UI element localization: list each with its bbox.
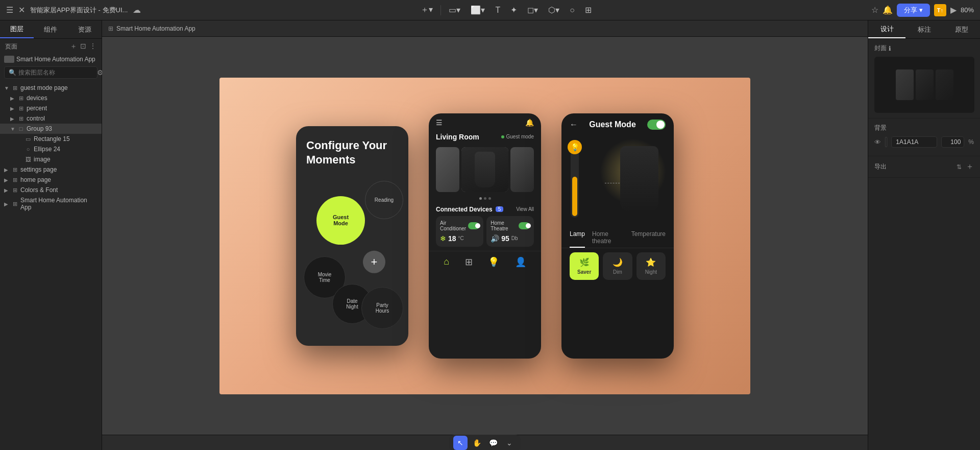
pen-icon[interactable]: ✦ bbox=[508, 4, 520, 16]
lamp-tab-temp[interactable]: Temperature bbox=[631, 230, 666, 248]
layer-item[interactable]: ▶ ⊞ percent bbox=[0, 103, 102, 113]
tab-layers[interactable]: 图层 bbox=[0, 20, 34, 38]
layer-item[interactable]: ▼ □ Group 93 bbox=[0, 124, 102, 134]
frame-icon[interactable]: ▭▾ bbox=[446, 4, 463, 16]
document-title: 智能家居APP界面设计 - 免费UI... bbox=[30, 6, 128, 15]
lamp-tab-lamp[interactable]: Lamp bbox=[570, 230, 585, 248]
layer-item[interactable]: ▭ Rectangle 15 bbox=[0, 134, 102, 144]
frame-type-icon: ⊞ bbox=[11, 85, 18, 91]
brightness-slider[interactable] bbox=[571, 144, 579, 218]
sort-icon[interactable]: ⋮ bbox=[89, 42, 96, 51]
night-mode-btn[interactable]: ⭐ Night bbox=[636, 252, 666, 280]
phone-right: ← Guest Mode bbox=[561, 113, 674, 359]
visibility-icon[interactable]: 👁 bbox=[874, 138, 881, 146]
close-icon[interactable]: ✕ bbox=[18, 5, 25, 15]
layer-tree: ▼ ⊞ guest mode page ▶ ⊞ devices ▶ ⊞ perc… bbox=[0, 81, 102, 450]
layer-name: home page bbox=[20, 176, 97, 183]
bell-icon[interactable]: 🔔 bbox=[883, 5, 893, 15]
reading-bubble[interactable]: Reading bbox=[365, 181, 403, 219]
star-icon[interactable]: ☆ bbox=[871, 5, 878, 15]
search-input[interactable] bbox=[18, 69, 95, 76]
left-tabs: 图层 组件 资源 bbox=[0, 20, 102, 39]
cursor-tool[interactable]: ↖ bbox=[453, 436, 468, 450]
more-tools[interactable]: ⌄ bbox=[502, 436, 517, 450]
ac-toggle[interactable] bbox=[468, 222, 479, 229]
chevron-icon: ▶ bbox=[4, 201, 9, 207]
layer-name: Ellipse 24 bbox=[34, 146, 97, 153]
toggle-knob-2 bbox=[526, 223, 531, 228]
frame-type-icon: ⊞ bbox=[11, 187, 18, 194]
chevron-icon: ▶ bbox=[4, 187, 9, 193]
circle-icon[interactable]: ○ bbox=[567, 5, 577, 16]
profile-nav-icon[interactable]: 👤 bbox=[515, 256, 526, 268]
layer-name: Rectangle 15 bbox=[34, 135, 97, 143]
bg-label: 背景 bbox=[874, 124, 974, 132]
layer-item[interactable]: ▶ ⊞ Colors & Font bbox=[0, 185, 102, 195]
grid-icon[interactable]: ⊞ bbox=[582, 4, 594, 16]
layer-item[interactable]: ▶ ⊞ control bbox=[0, 113, 102, 124]
page-layout-icon[interactable]: ⊡ bbox=[80, 42, 86, 51]
canvas-breadcrumb: ⊞ Smart Home Automation App bbox=[102, 20, 868, 37]
tab-prototype[interactable]: 原型 bbox=[943, 20, 980, 38]
play-icon[interactable]: ▶ bbox=[950, 5, 957, 15]
layers-icon[interactable]: ☰ bbox=[6, 5, 13, 15]
percent-sign: % bbox=[968, 138, 974, 146]
guest-mode-bubble[interactable]: GuestMode bbox=[316, 196, 365, 245]
color-swatch[interactable] bbox=[885, 137, 887, 147]
devices-section: Connected Devices 5 View All Air Conditi… bbox=[429, 202, 541, 251]
devices-nav-icon[interactable]: ⊞ bbox=[465, 256, 473, 268]
theatre-toggle[interactable] bbox=[519, 222, 530, 229]
ellipse-type-icon: ○ bbox=[24, 146, 32, 152]
guest-mode-toggle[interactable] bbox=[647, 120, 666, 130]
info-icon: ℹ bbox=[889, 45, 891, 52]
lights-nav-icon[interactable]: 💡 bbox=[488, 256, 499, 268]
layer-item[interactable]: ▶ ⊞ Smart Home Automation App bbox=[0, 195, 102, 212]
party-hours-bubble[interactable]: PartyHours bbox=[361, 287, 403, 329]
toggle-knob-lg bbox=[656, 121, 665, 129]
add-page-icon[interactable]: ＋ bbox=[70, 42, 77, 51]
tab-components[interactable]: 组件 bbox=[34, 20, 67, 38]
layer-item[interactable]: ▼ ⊞ guest mode page bbox=[0, 83, 102, 93]
hand-tool[interactable]: ✋ bbox=[470, 436, 484, 450]
comment-tool[interactable]: 💬 bbox=[486, 436, 500, 450]
layer-item[interactable]: ▶ ⊞ settings page bbox=[0, 164, 102, 175]
layer-item[interactable]: 🖼 image bbox=[0, 154, 102, 164]
layer-item[interactable]: ▶ ⊞ home page bbox=[0, 175, 102, 185]
scale-icon[interactable]: ⬜▾ bbox=[468, 4, 487, 16]
main-area: 图层 组件 资源 页面 ＋ ⊡ ⋮ Smart Home Automation … bbox=[0, 20, 980, 450]
dim-mode-btn[interactable]: 🌙 Dim bbox=[603, 252, 632, 280]
export-add-icon[interactable]: ＋ bbox=[966, 161, 974, 172]
tab-assets[interactable]: 资源 bbox=[68, 20, 102, 38]
home-nav-icon[interactable]: ⌂ bbox=[444, 256, 449, 268]
bulb-icon: 💡 bbox=[568, 140, 582, 154]
layer-name: devices bbox=[27, 94, 97, 102]
export-sort-icon[interactable]: ⇅ bbox=[957, 163, 962, 171]
shape-icon[interactable]: ◻▾ bbox=[525, 4, 541, 16]
tab-annotation[interactable]: 标注 bbox=[905, 20, 943, 38]
saver-mode-btn[interactable]: 🌿 Saver bbox=[570, 252, 599, 280]
add-icon[interactable]: ＋▾ bbox=[418, 4, 435, 16]
layer-name: guest mode page bbox=[20, 84, 97, 91]
mode-buttons: 🌿 Saver 🌙 Dim ⭐ Night bbox=[561, 252, 674, 280]
bottom-nav: ⌂ ⊞ 💡 👤 bbox=[429, 251, 541, 273]
guest-mode-badge: Guest mode bbox=[501, 134, 534, 139]
tab-design[interactable]: 设计 bbox=[868, 20, 905, 38]
chevron-icon: ▼ bbox=[4, 85, 9, 91]
opacity-input[interactable] bbox=[941, 136, 964, 148]
view-all-link[interactable]: View All bbox=[516, 206, 534, 212]
lamp-tab-theatre[interactable]: Home theatre bbox=[592, 230, 624, 248]
add-mode-button[interactable]: + bbox=[363, 250, 385, 273]
canvas-scroll[interactable]: Configure YourMoments Reading GuestMode … bbox=[102, 37, 868, 435]
mode-bubbles: Reading GuestMode + MovieTime DateNight … bbox=[296, 176, 408, 339]
component-icon[interactable]: ⬡▾ bbox=[546, 4, 562, 16]
text-icon[interactable]: T bbox=[493, 5, 503, 16]
back-arrow-icon[interactable]: ← bbox=[570, 120, 578, 129]
layer-item[interactable]: ○ Ellipse 24 bbox=[0, 144, 102, 154]
hamburger-icon[interactable]: ☰ bbox=[436, 119, 443, 127]
color-hex-input[interactable] bbox=[891, 136, 937, 148]
bell-icon[interactable]: 🔔 bbox=[525, 119, 534, 127]
layer-item[interactable]: ▶ ⊞ devices bbox=[0, 93, 102, 103]
page-item[interactable]: Smart Home Automation App bbox=[0, 54, 102, 64]
share-button[interactable]: 分享 ▾ bbox=[897, 4, 930, 17]
export-label: 导出 bbox=[874, 162, 887, 171]
